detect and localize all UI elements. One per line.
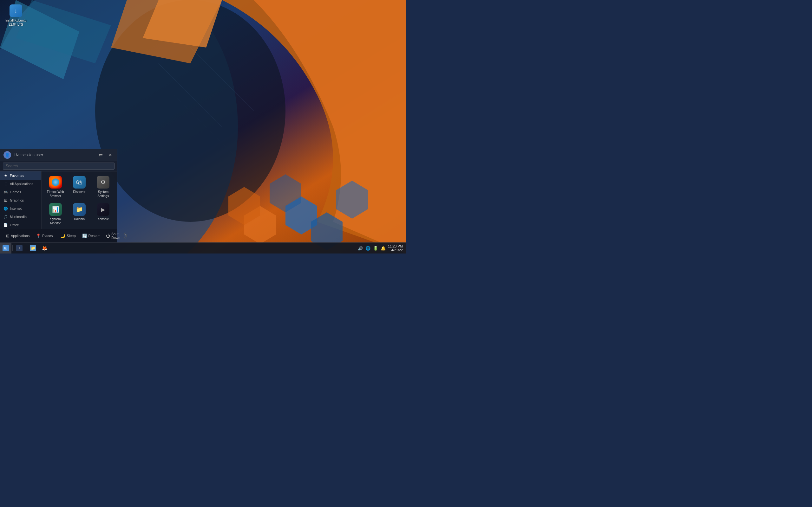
app-menu-icon: ⊞ <box>3 245 9 251</box>
category-internet-label: Internet <box>10 207 21 210</box>
menu-content: ★ Favorites ⊞ All Applications 🎮 Games 🖼… <box>0 171 117 229</box>
category-internet[interactable]: 🌐 Internet <box>0 205 41 213</box>
user-avatar: 👤 <box>3 151 11 159</box>
shutdown-label: Shut Down <box>111 232 120 239</box>
all-apps-icon: ⊞ <box>3 181 8 186</box>
app-system-monitor[interactable]: SystemMonitor <box>44 201 67 227</box>
shutdown-button[interactable]: ⏻ Shut Down <box>103 231 123 241</box>
menu-apps-grid: Firefox WebBrowser Discover SystemSettin… <box>42 171 117 229</box>
app-menu: 👤 Live session user ⇄ ✕ ★ Favorites ⊞ Al… <box>0 149 117 242</box>
system-settings-icon <box>97 176 109 188</box>
konsole-icon <box>97 203 109 216</box>
system-monitor-label: SystemMonitor <box>50 217 61 225</box>
menu-username: Live session user <box>14 153 95 157</box>
firefox-label: Firefox WebBrowser <box>47 190 64 198</box>
menu-sort-button[interactable]: ⇄ <box>97 152 104 158</box>
favorites-icon: ★ <box>3 173 8 178</box>
sleep-label: Sleep <box>67 234 75 238</box>
menu-search-input[interactable] <box>3 163 114 170</box>
taskbar-firefox[interactable]: 🦊 <box>39 243 50 253</box>
taskbar-left: ⊞ 1 📁 🦊 <box>0 243 354 253</box>
category-favorites-label: Favorites <box>10 174 24 177</box>
dolphin-label: Dolphin <box>74 217 85 221</box>
clock-time: 11:23 PM <box>388 244 403 248</box>
applications-tab[interactable]: ⊞ Applications <box>3 232 32 239</box>
restart-icon: 🔄 <box>82 233 87 238</box>
system-settings-label: SystemSettings <box>97 190 109 198</box>
shutdown-icon: ⏻ <box>106 233 110 238</box>
menu-sidebar: ★ Favorites ⊞ All Applications 🎮 Games 🖼… <box>0 171 42 229</box>
category-all-label: All Applications <box>10 182 33 186</box>
internet-icon: 🌐 <box>3 206 8 211</box>
restart-button[interactable]: 🔄 Restart <box>80 232 102 239</box>
category-all-applications[interactable]: ⊞ All Applications <box>0 180 41 188</box>
category-games-label: Games <box>10 190 21 194</box>
taskbar-app-menu-button[interactable]: ⊞ <box>0 243 11 253</box>
menu-search-area <box>0 161 117 171</box>
restart-label: Restart <box>89 234 100 238</box>
app-system-settings[interactable]: SystemSettings <box>92 174 114 200</box>
menu-close-button[interactable]: ✕ <box>107 152 114 158</box>
category-graphics-label: Graphics <box>10 199 24 202</box>
applications-icon: ⊞ <box>6 233 9 238</box>
install-icon <box>9 4 22 17</box>
category-multimedia[interactable]: 🎵 Multimedia <box>0 213 41 221</box>
app-dolphin[interactable]: Dolphin <box>68 201 90 227</box>
category-favorites[interactable]: ★ Favorites <box>0 171 41 180</box>
graphics-icon: 🖼 <box>3 198 8 203</box>
taskbar-dolphin-icon: 📁 <box>30 245 36 251</box>
games-icon: 🎮 <box>3 190 8 194</box>
app-konsole[interactable]: Konsole <box>92 201 114 227</box>
category-graphics[interactable]: 🖼 Graphics <box>0 196 41 205</box>
app-firefox[interactable]: Firefox WebBrowser <box>44 174 67 200</box>
tray-audio-icon[interactable]: 🔊 <box>357 245 363 251</box>
menu-user-bar: 👤 Live session user ⇄ ✕ <box>0 149 117 161</box>
applications-label: Applications <box>11 234 30 238</box>
office-icon: 📄 <box>3 223 8 227</box>
sleep-icon: 🌙 <box>60 233 65 238</box>
sleep-button[interactable]: 🌙 Sleep <box>58 232 78 239</box>
taskbar-dolphin[interactable]: 📁 <box>27 243 39 253</box>
places-tab[interactable]: 📍 Places <box>33 232 55 239</box>
konsole-label: Konsole <box>97 217 109 221</box>
category-office-label: Office <box>10 223 19 227</box>
tray-notifications-icon[interactable]: 🔔 <box>380 245 386 251</box>
places-icon: 📍 <box>36 233 41 238</box>
clock-date: 4/21/22 <box>391 248 403 252</box>
system-clock[interactable]: 11:23 PM 4/21/22 <box>388 244 403 252</box>
taskbar-sep-1 <box>12 245 13 251</box>
app-discover[interactable]: Discover <box>68 174 90 200</box>
system-monitor-icon <box>49 203 62 216</box>
category-office[interactable]: 📄 Office <box>0 221 41 229</box>
discover-icon <box>73 176 86 188</box>
desktop-icon-install[interactable]: Install Kubuntu 22.04 LTS <box>3 3 29 28</box>
firefox-icon <box>49 176 62 188</box>
tray-battery-icon[interactable]: 🔋 <box>373 245 378 251</box>
category-games[interactable]: 🎮 Games <box>0 188 41 196</box>
taskbar-right: 🔊 🌐 🔋 🔔 11:23 PM 4/21/22 <box>354 244 406 252</box>
taskbar-pager[interactable]: 1 <box>14 243 25 253</box>
tray-network-icon[interactable]: 🌐 <box>365 245 371 251</box>
discover-label: Discover <box>73 190 86 194</box>
taskbar-firefox-icon: 🦊 <box>41 245 48 251</box>
places-label: Places <box>42 234 53 238</box>
install-label: Install Kubuntu 22.04 LTS <box>5 18 26 26</box>
category-multimedia-label: Multimedia <box>10 215 27 219</box>
menu-bottom-bar: ⊞ Applications 📍 Places 🌙 Sleep 🔄 Restar… <box>0 229 117 242</box>
taskbar: ⊞ 1 📁 🦊 🔊 🌐 🔋 🔔 11:23 PM 4/21/22 <box>0 242 406 253</box>
multimedia-icon: 🎵 <box>3 215 8 219</box>
pager-icon: 1 <box>16 245 22 251</box>
dolphin-icon <box>73 203 86 216</box>
